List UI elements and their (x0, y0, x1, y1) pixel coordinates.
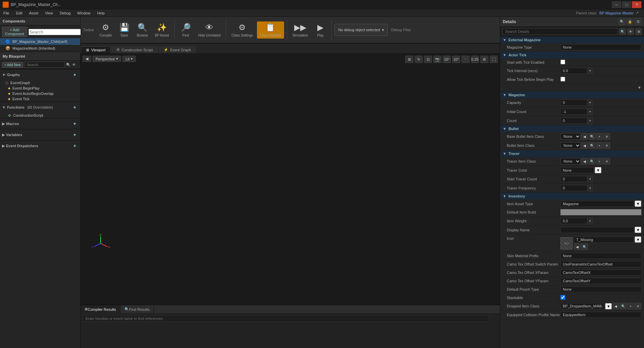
menu-debug[interactable]: Debug (56, 9, 74, 17)
hide-unrelated-button[interactable]: 👁 Hide Unrelated (196, 21, 223, 39)
menu-window[interactable]: Window (74, 9, 94, 17)
lit-button[interactable]: Lit ▾ (122, 56, 136, 62)
item-asset-type-input[interactable] (560, 201, 634, 207)
count-input[interactable] (560, 118, 587, 124)
magazine-section[interactable]: ▼ Magazine (500, 92, 644, 98)
equipped-collision-input[interactable] (560, 312, 641, 318)
details-menu-button[interactable]: ☰ (635, 18, 641, 25)
rotate-snap-button[interactable]: ↻ (415, 56, 423, 63)
icon-texture-arrow[interactable]: ▾ (635, 236, 641, 243)
compile-button[interactable]: ⚙ Compile (97, 21, 115, 39)
bullet-item-select[interactable]: None (560, 142, 581, 149)
menu-edit[interactable]: Edit (13, 9, 26, 17)
details-eye-button[interactable]: 👁 (627, 28, 634, 35)
bp-view-icon[interactable]: 👁 (72, 63, 76, 67)
tab-construction-script[interactable]: ⚙ Construction Script (111, 46, 158, 53)
tracer-freq-arrow[interactable]: ▾ (587, 185, 593, 191)
tracer-item-clear[interactable]: ✕ (603, 158, 610, 165)
base-bullet-add[interactable]: + (596, 133, 603, 140)
tracer-item-add[interactable]: + (596, 158, 603, 165)
add-component-button[interactable]: + Add Component (2, 27, 27, 37)
tab-event-graph[interactable]: ⚡ Event Graph (159, 46, 196, 53)
bullet-section[interactable]: ▼ Bullet (500, 125, 644, 132)
tracer-section[interactable]: ▼ Tracer (500, 150, 644, 157)
tick-interval-input[interactable] (560, 68, 587, 74)
bullet-item-clear[interactable]: ✕ (603, 142, 610, 149)
details-search-toggle[interactable]: 🔍 (619, 18, 625, 25)
initial-count-arrow[interactable]: ▾ (587, 108, 593, 115)
browse-button[interactable]: 🔍 Browse (134, 21, 151, 39)
tracer-item-search[interactable]: 🔍 (589, 158, 595, 165)
graphs-section-header[interactable]: ▼ Graphs + (0, 69, 80, 80)
event-beginplay-item[interactable]: ◆ Event BeginPlay (0, 85, 80, 91)
close-button[interactable]: ✕ (632, 1, 641, 8)
class-defaults-button[interactable]: 📋 Class Defaults (257, 21, 284, 39)
nav-back-button[interactable]: ◀ (83, 56, 91, 62)
find-results-tab[interactable]: 🔍 Find Results (120, 305, 154, 314)
tracer-color-arrow[interactable]: ▾ (595, 167, 601, 173)
bp-search-icon[interactable]: 🔍 (66, 63, 71, 67)
grid-snap-button[interactable]: ⊞ (405, 56, 413, 63)
dropped-item-arrow[interactable]: ▾ (605, 303, 612, 309)
more-options-button[interactable]: ⋯ (462, 56, 470, 63)
item-weight-input[interactable] (560, 218, 587, 224)
dropped-item-clear[interactable]: ✕ (635, 303, 641, 309)
scale-snap-button[interactable]: ⊡ (424, 56, 432, 63)
component-item-self[interactable]: 🔵 BP_Magazine_Master_Child(self) (0, 38, 80, 45)
tracer-item-nav[interactable]: ◀ (581, 158, 588, 165)
start-tick-checkbox[interactable] (560, 60, 565, 64)
menu-help[interactable]: Help (94, 9, 108, 17)
class-settings-button[interactable]: ⚙ Class Settings (229, 21, 256, 39)
capacity-input[interactable] (560, 100, 587, 106)
maximize-button[interactable]: □ (622, 1, 631, 8)
icon-search[interactable]: 🔍 (581, 243, 588, 250)
capacity-arrow[interactable]: ▾ (587, 99, 593, 106)
skin-material-input[interactable] (560, 253, 641, 259)
camera-speed-button[interactable]: 📷 (433, 56, 441, 63)
start-tracer-input[interactable] (560, 176, 587, 182)
actor-tick-section[interactable]: ▼ Actor Tick (500, 52, 644, 58)
menu-view[interactable]: View (42, 9, 56, 17)
details-filter-button[interactable]: ⚙ (635, 28, 642, 35)
component-item-mesh[interactable]: 📦 MagazineMesh (Inherited) (0, 45, 80, 52)
event-dispatchers-add-button[interactable]: + (71, 142, 78, 150)
start-tracer-arrow[interactable]: ▾ (587, 176, 593, 182)
dropped-item-nav[interactable]: ◀ (612, 303, 619, 309)
bp-assist-button[interactable]: ✨ BP Assist (152, 21, 172, 39)
tick-interval-arrow[interactable]: ▾ (587, 67, 593, 74)
tracer-item-select[interactable]: None (560, 158, 581, 165)
stackable-checkbox[interactable] (560, 295, 565, 300)
tracer-freq-input[interactable] (560, 185, 587, 191)
base-bullet-select[interactable]: None (560, 133, 581, 140)
magazine-type-input[interactable] (560, 44, 641, 50)
tab-viewport[interactable]: 🖥 Viewport (80, 46, 111, 53)
base-bullet-clear[interactable]: ✕ (603, 133, 610, 140)
menu-file[interactable]: File (0, 9, 13, 17)
icon-nav-back[interactable]: ◀ (574, 243, 581, 250)
construction-script-item[interactable]: ⚙ ConstructionScript (0, 113, 80, 118)
camo-y-input[interactable] (560, 278, 641, 284)
dropped-item-add[interactable]: + (627, 303, 634, 309)
initial-count-input[interactable] (560, 109, 587, 115)
camo-x-input[interactable] (560, 270, 641, 276)
base-bullet-nav[interactable]: ◀ (581, 133, 588, 140)
dropped-item-input[interactable] (560, 303, 604, 309)
minimize-button[interactable]: ─ (612, 1, 621, 8)
bullet-item-add[interactable]: + (596, 142, 603, 149)
expand-arrow[interactable]: ▼ (638, 85, 641, 90)
display-name-arrow[interactable]: ▾ (635, 227, 641, 233)
allow-tick-checkbox[interactable] (560, 77, 565, 81)
functions-section-header[interactable]: ▼ Functions (82 Overridable) + (0, 102, 80, 113)
blueprint-search-input[interactable] (24, 62, 65, 68)
viewport-expand-button[interactable]: ⛶ (490, 56, 498, 63)
bp-add-new-button[interactable]: + Add New (2, 62, 23, 68)
variables-add-button[interactable]: + (71, 131, 78, 139)
perspective-button[interactable]: Perspective ▾ (93, 56, 121, 62)
event-graph-item[interactable]: ⬡ EventGraph (0, 80, 80, 85)
event-dispatchers-section-header[interactable]: ▶ Event Dispatchers + (0, 140, 80, 151)
macros-section-header[interactable]: ▶ Macros + (0, 118, 80, 129)
bullet-item-search[interactable]: 🔍 (589, 142, 595, 149)
default-pouch-input[interactable] (560, 286, 641, 292)
debug-filter-button[interactable]: No debug object selected ▾ (334, 24, 387, 36)
details-search-submit[interactable]: 🔍 (619, 28, 626, 35)
